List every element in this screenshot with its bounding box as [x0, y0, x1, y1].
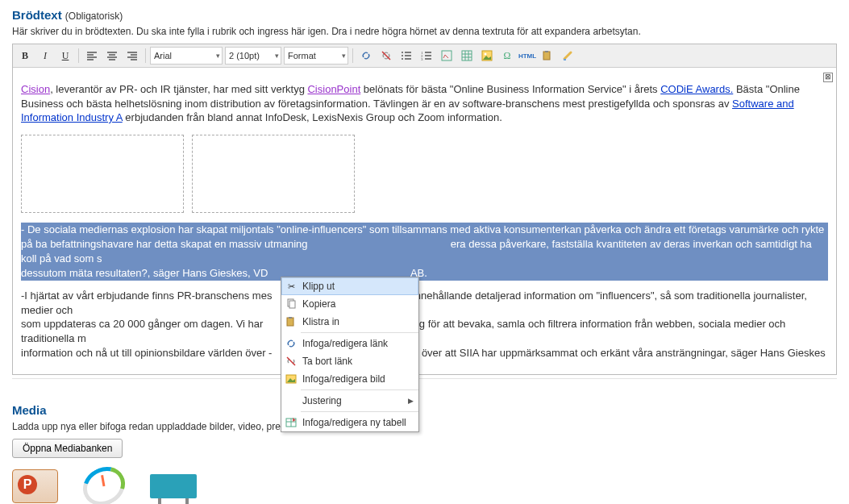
toolbar-separator	[352, 48, 353, 63]
svg-rect-15	[289, 317, 292, 319]
unordered-list-button[interactable]	[397, 47, 415, 65]
link-codie[interactable]: CODiE Awards.	[660, 83, 733, 95]
ctx-insert-table[interactable]: Infoga/redigera ny tabell	[281, 414, 418, 431]
scissors-icon: ✂	[285, 280, 298, 293]
ctx-insert-link[interactable]: Infoga/redigera länk	[281, 335, 418, 352]
underline-button[interactable]: U	[56, 47, 74, 65]
align-right-button[interactable]	[123, 47, 141, 65]
paste-button[interactable]	[539, 47, 556, 65]
paragraph-2: -I hjärtat av vårt erbjudande finns PR-b…	[21, 289, 828, 360]
edit-icon-button[interactable]	[438, 47, 456, 65]
chevron-right-icon: ▶	[408, 397, 414, 405]
ctx-paste[interactable]: Klistra in	[281, 313, 418, 331]
font-family-select[interactable]: Arial	[150, 47, 223, 65]
required-label: (Obligatorisk)	[65, 10, 123, 22]
svg-text:3: 3	[421, 57, 423, 61]
table-button[interactable]	[458, 47, 476, 65]
media-thumbnails	[12, 468, 837, 504]
divider	[12, 378, 837, 379]
sign-thumbnail[interactable]	[150, 474, 197, 498]
context-menu: ✂ Klipp ut Kopiera Klistra in Infoga/red…	[281, 277, 419, 432]
unlink-icon	[285, 355, 298, 368]
toolbar-separator	[145, 48, 146, 63]
editor-body[interactable]: ⊠ Cision, leverantör av PR- och IR tjäns…	[13, 68, 836, 374]
ppt-thumbnail[interactable]	[12, 469, 58, 503]
align-center-button[interactable]	[103, 47, 121, 65]
font-size-select[interactable]: 2 (10pt)	[225, 47, 281, 65]
ctx-separator	[301, 389, 418, 390]
toolbar-separator	[78, 48, 79, 63]
ctx-separator	[301, 411, 418, 412]
svg-rect-6	[442, 51, 452, 60]
svg-rect-10	[543, 52, 550, 60]
placeholder-box[interactable]	[192, 135, 355, 213]
help-text: Här skriver du in brödtexten. Du ska int…	[12, 26, 837, 37]
remove-link-button[interactable]	[377, 47, 395, 65]
placeholder-box[interactable]	[21, 135, 184, 213]
insert-link-button[interactable]	[357, 47, 375, 65]
close-icon[interactable]: ⊠	[823, 73, 833, 82]
image-icon	[285, 373, 298, 385]
editor-toolbar: B I U Arial 2 (10pt) Format 123	[13, 44, 836, 68]
align-left-button[interactable]	[83, 47, 101, 65]
blank-icon	[285, 394, 298, 407]
svg-point-2	[402, 58, 403, 60]
ctx-copy[interactable]: Kopiera	[281, 295, 418, 313]
selected-text: - De sociala mediernas explosion har ska…	[21, 223, 828, 281]
svg-rect-13	[289, 301, 295, 308]
svg-rect-11	[545, 51, 548, 52]
link-cision[interactable]: Cision	[21, 83, 50, 95]
svg-point-0	[402, 52, 403, 53]
italic-button[interactable]: I	[36, 47, 54, 65]
rich-text-editor: B I U Arial 2 (10pt) Format 123	[12, 44, 837, 375]
svg-point-9	[485, 53, 487, 56]
paste-icon	[285, 315, 298, 328]
bold-button[interactable]: B	[16, 47, 34, 65]
ctx-separator	[301, 332, 418, 333]
open-mediabank-button[interactable]: Öppna Mediabanken	[12, 439, 123, 458]
image-placeholders	[21, 135, 828, 213]
clear-format-button[interactable]	[559, 47, 576, 65]
link-icon	[285, 337, 298, 350]
table-icon	[285, 416, 298, 429]
media-help: Ladda upp nya eller bifoga redan uppladd…	[12, 421, 837, 432]
ctx-cut[interactable]: ✂ Klipp ut	[281, 277, 418, 295]
svg-point-1	[402, 55, 403, 56]
svg-rect-7	[462, 51, 472, 60]
copy-icon	[285, 298, 298, 310]
ctx-insert-image[interactable]: Infoga/redigera bild	[281, 370, 418, 388]
image-button[interactable]	[478, 47, 496, 65]
media-section: Media Ladda upp nya eller bifoga redan u…	[12, 403, 837, 504]
svg-rect-14	[287, 318, 293, 326]
gauge-thumbnail[interactable]	[76, 460, 132, 504]
media-title: Media	[12, 403, 837, 417]
ctx-justify[interactable]: Justering ▶	[281, 392, 418, 410]
title-label: Brödtext	[12, 8, 62, 22]
ctx-remove-link[interactable]: Ta bort länk	[281, 352, 418, 370]
ordered-list-button[interactable]: 123	[418, 47, 435, 65]
link-cisionpoint[interactable]: CisionPoint	[307, 83, 360, 95]
html-button[interactable]: HTML	[518, 47, 536, 65]
paragraph-1: Cision, leverantör av PR- och IR tjänste…	[21, 82, 828, 125]
format-select[interactable]: Format	[284, 47, 348, 65]
special-char-button[interactable]: Ω	[498, 47, 516, 65]
section-title-brodtext: Brödtext (Obligatorisk)	[12, 8, 837, 22]
